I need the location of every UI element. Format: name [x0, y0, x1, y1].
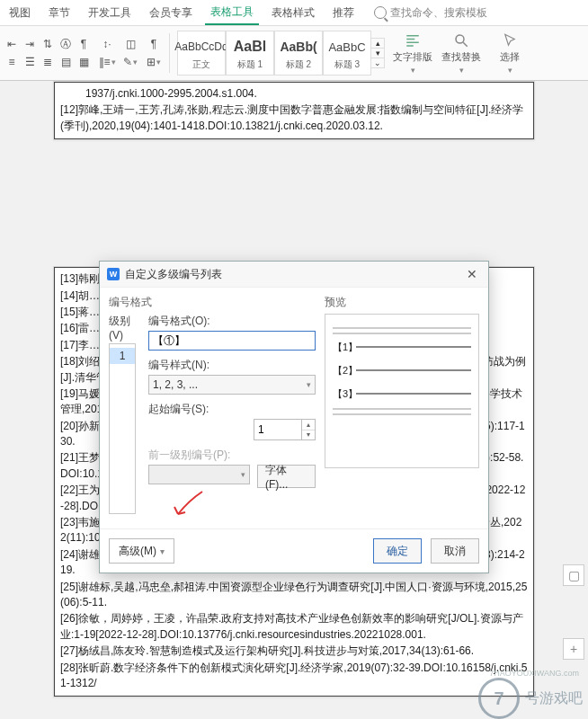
shading-icon[interactable]: ✎▾ — [122, 54, 138, 70]
magnifier-icon — [453, 32, 469, 49]
tab-table-tools[interactable]: 表格工具 — [205, 1, 259, 25]
svg-rect-2 — [406, 41, 419, 43]
search-icon — [374, 6, 387, 19]
style-expand[interactable]: ⌄ — [371, 58, 384, 67]
sort-icon[interactable]: ↕· — [99, 36, 115, 52]
style-scroll-up[interactable]: ▴ — [371, 39, 384, 48]
advanced-button[interactable]: 高级(M) — [109, 538, 174, 564]
ribbon-toolbar: ⇤ ⇥ ⇅ Ⓐ ¶ ≡ ☰ ≣ ▤ ▦ ↕· ‖≡▾ ◫ ✎▾ ¶ ⊞▾ AaB… — [0, 26, 588, 81]
align-center-icon[interactable]: ☰ — [22, 54, 38, 70]
style-heading3[interactable]: AaBbC 标题 3 — [323, 31, 371, 75]
font-button[interactable]: 字体(F)... — [257, 465, 316, 488]
text-layout-icon — [405, 32, 421, 49]
style-label: 编号样式(N): — [148, 358, 316, 373]
prev-level-label: 前一级别编号(P): — [148, 448, 316, 463]
style-scroll-down[interactable]: ▾ — [371, 48, 384, 58]
spin-down[interactable]: ▾ — [302, 431, 315, 440]
section-format-label: 编号格式 — [109, 295, 316, 310]
format-label: 编号格式(O): — [148, 314, 316, 329]
level-label: 级别(V) — [109, 314, 141, 342]
number-format-input[interactable] — [148, 331, 316, 351]
svg-point-4 — [456, 35, 464, 43]
spacing-icon[interactable]: ⇅ — [40, 36, 56, 52]
start-number-spinner[interactable]: ▴▾ — [254, 419, 316, 440]
number-style-select[interactable]: 1, 2, 3, ...▾ — [148, 375, 316, 395]
level-list[interactable]: 1 — [109, 343, 136, 514]
style-normal[interactable]: AaBbCcDd 正文 — [177, 31, 226, 75]
svg-line-5 — [463, 42, 468, 47]
watermark-logo-icon: 7 — [478, 678, 520, 719]
style-gallery[interactable]: AaBbCcDd 正文 AaBl 标题 1 AaBb( 标题 2 AaBbC 标… — [177, 31, 385, 75]
start-number-input[interactable] — [254, 420, 301, 439]
borders-icon[interactable]: ⊞▾ — [146, 54, 162, 70]
tab-member[interactable]: 会员专享 — [144, 2, 198, 24]
level-item-1[interactable]: 1 — [110, 348, 135, 364]
style-heading2[interactable]: AaBb( 标题 2 — [274, 31, 323, 75]
show-marks-icon[interactable]: ¶ — [146, 36, 162, 52]
wps-icon: W — [107, 268, 120, 280]
dialog-title: 自定义多级编号列表 — [125, 267, 222, 282]
dialog-titlebar[interactable]: W 自定义多级编号列表 ✕ — [100, 262, 488, 288]
align-right-icon[interactable]: ≣ — [40, 54, 56, 70]
tab-chapter[interactable]: 章节 — [43, 2, 76, 24]
prev-level-select: ▾ — [148, 465, 250, 484]
line-spacing-icon[interactable]: ‖≡▾ — [99, 54, 115, 70]
justify-icon[interactable]: ▤ — [58, 54, 74, 70]
multilevel-list-dialog: W 自定义多级编号列表 ✕ 编号格式 级别(V) 1 — [99, 261, 489, 573]
snap-icon[interactable]: Ⓐ — [58, 36, 74, 52]
preview-box: 【1】 【2】 【3】 — [325, 314, 479, 468]
indent-left-icon[interactable]: ⇤ — [4, 36, 20, 52]
site-watermark: 7HAOYOUXIWANG.com 7 号游戏吧 — [478, 678, 583, 719]
document-area: 1937/j.cnki.1000-2995.2004.s1.004. [12]郭… — [0, 81, 588, 719]
cancel-button[interactable]: 取消 — [431, 538, 479, 564]
svg-rect-3 — [406, 45, 414, 47]
clear-format-icon[interactable]: ◫ — [122, 36, 138, 52]
svg-rect-1 — [406, 38, 414, 40]
cursor-icon — [502, 32, 518, 49]
tab-table-style[interactable]: 表格样式 — [266, 2, 320, 24]
select-button[interactable]: 选择▾ — [489, 31, 530, 75]
spin-up[interactable]: ▴ — [302, 420, 315, 431]
command-search[interactable]: 查找命令、搜索模板 — [374, 5, 487, 21]
tab-view[interactable]: 视图 — [4, 2, 36, 24]
close-button[interactable]: ✕ — [463, 267, 481, 281]
dialog-overlay: W 自定义多级编号列表 ✕ 编号格式 级别(V) 1 — [0, 81, 588, 719]
ok-button[interactable]: 确定 — [373, 538, 422, 564]
line-number-icon[interactable]: ¶ — [76, 36, 92, 52]
style-heading1[interactable]: AaBl 标题 1 — [226, 31, 274, 75]
tab-devtools[interactable]: 开发工具 — [83, 2, 137, 24]
find-replace-button[interactable]: 查找替换▾ — [441, 31, 482, 75]
align-left-icon[interactable]: ≡ — [4, 54, 20, 70]
indent-right-icon[interactable]: ⇥ — [22, 36, 38, 52]
separator — [169, 33, 170, 73]
svg-rect-0 — [406, 35, 419, 37]
distribute-icon[interactable]: ▦ — [76, 54, 92, 70]
section-preview-label: 预览 — [325, 295, 479, 310]
text-layout-button[interactable]: 文字排版▾ — [392, 31, 433, 75]
paragraph-group: ⇤ ⇥ ⇅ Ⓐ ¶ ≡ ☰ ≣ ▤ ▦ — [4, 36, 92, 70]
search-placeholder: 查找命令、搜索模板 — [390, 5, 487, 21]
ribbon-tabs: 视图 章节 开发工具 会员专享 表格工具 表格样式 推荐 查找命令、搜索模板 — [0, 0, 588, 26]
start-label: 起始编号(S): — [148, 402, 316, 417]
tab-recommend[interactable]: 推荐 — [327, 2, 360, 24]
